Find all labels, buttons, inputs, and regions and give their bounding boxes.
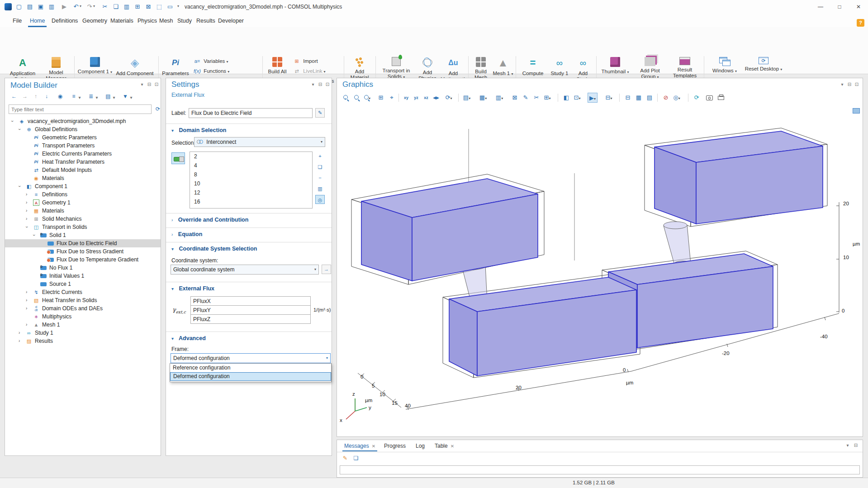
open-file-icon[interactable]: ▤ bbox=[25, 2, 34, 11]
tree-row[interactable]: Pi Heat Transfer Parameters bbox=[5, 158, 161, 166]
view-options-icon[interactable]: ▥▾ bbox=[494, 93, 504, 103]
funnel-chevron-icon[interactable]: ▾ bbox=[128, 95, 134, 100]
frame-option-reference[interactable]: Reference configuration bbox=[170, 364, 331, 372]
tab-file[interactable]: File bbox=[11, 16, 24, 27]
tab-home[interactable]: Home bbox=[28, 16, 47, 27]
zoom-to-selection-icon[interactable]: ◎ bbox=[315, 195, 325, 204]
tree-row[interactable]: ◉ Materials bbox=[5, 174, 161, 182]
tab-progress[interactable]: Progress bbox=[382, 441, 408, 451]
panel-menu-icon[interactable]: ▾ bbox=[139, 82, 145, 87]
tab-messages[interactable]: Messages✕ bbox=[342, 441, 377, 451]
flux-z-input[interactable] bbox=[190, 314, 311, 324]
tab-study[interactable]: Study bbox=[175, 16, 194, 27]
tree-row[interactable]: Source 1 bbox=[5, 280, 161, 288]
collapse-icon[interactable]: › bbox=[26, 321, 27, 329]
remove-from-selection-icon[interactable]: − bbox=[315, 173, 325, 182]
go-to-default-view-icon[interactable]: ⌖ bbox=[387, 93, 397, 103]
qat-more-icon[interactable]: ▾ bbox=[177, 4, 179, 8]
variables-button[interactable]: a= Variables ▾ bbox=[194, 56, 261, 66]
save-as-icon[interactable]: ▥ bbox=[47, 2, 56, 11]
advanced-header[interactable]: ▾ Advanced bbox=[171, 335, 206, 341]
tree-row[interactable]: › ▲ Mesh 1 bbox=[5, 321, 161, 329]
tab-developer[interactable]: Developer bbox=[216, 16, 246, 27]
frame-option-deformed[interactable]: Deformed configuration bbox=[170, 372, 331, 381]
transparency-icon[interactable]: ⊡▾ bbox=[572, 93, 582, 103]
zoom-box-icon[interactable]: ▾ bbox=[362, 93, 372, 103]
tree-row[interactable]: › ▧ Heat Transfer in Solids bbox=[5, 296, 161, 304]
clear-messages-icon[interactable]: ✎ bbox=[341, 454, 350, 463]
panel-menu-icon[interactable]: ▾ bbox=[310, 82, 316, 87]
no-color-icon[interactable]: ⊘ bbox=[661, 93, 671, 103]
tab-physics[interactable]: Physics bbox=[136, 16, 159, 27]
tab-geometry[interactable]: Geometry bbox=[81, 16, 109, 27]
collapse-icon[interactable]: › bbox=[26, 288, 27, 296]
expand-icon[interactable]: › bbox=[23, 226, 31, 227]
graphics-canvas[interactable]: 20 µm 10 0 -40 -20 0 5 10 µm 15 40 20 0 … bbox=[338, 105, 863, 436]
panel-menu-icon[interactable]: ▾ bbox=[839, 82, 845, 87]
run-icon[interactable]: ▶ bbox=[60, 2, 69, 11]
tree-row[interactable]: › A Geometry 1 bbox=[5, 199, 161, 207]
tab-results[interactable]: Results bbox=[194, 16, 217, 27]
collapse-icon[interactable]: › bbox=[19, 329, 20, 337]
close-tab-icon[interactable]: ✕ bbox=[372, 444, 375, 449]
domain-list-item[interactable]: 4 bbox=[190, 161, 312, 170]
select-box-icon[interactable]: ⊠ bbox=[510, 93, 520, 103]
tree-forward-icon[interactable]: → bbox=[20, 92, 29, 101]
add-to-selection-icon[interactable]: + bbox=[315, 152, 325, 161]
environment-icon[interactable]: ⊟▾ bbox=[604, 93, 614, 103]
split-view-icon[interactable]: ⊟ bbox=[623, 93, 633, 103]
messages-text-area[interactable] bbox=[340, 465, 860, 474]
flux-x-input[interactable] bbox=[190, 296, 311, 306]
tab-materials[interactable]: Materials bbox=[109, 16, 135, 27]
tree-row[interactable]: ⇄ Default Model Inputs bbox=[5, 166, 161, 174]
tree-row[interactable]: No Flux 1 bbox=[5, 264, 161, 272]
go-to-source-icon[interactable]: → bbox=[322, 265, 331, 274]
panel-menu-icon[interactable]: ▾ bbox=[844, 443, 851, 448]
scene-appearance-icon[interactable]: ▤▾ bbox=[462, 93, 472, 103]
flux-y-input[interactable] bbox=[190, 305, 311, 315]
camera-snapshot-icon[interactable] bbox=[704, 93, 714, 103]
collapse-icon[interactable]: › bbox=[26, 215, 27, 223]
expand-all-chevron-icon[interactable]: ▾ bbox=[76, 95, 83, 100]
collapse-icon[interactable]: › bbox=[26, 199, 27, 207]
tree-row[interactable]: › ↯ Electric Currents bbox=[5, 288, 161, 296]
paste-selection-icon[interactable]: ▥ bbox=[315, 184, 325, 193]
selection-mode-icon[interactable]: ⊞▾ bbox=[542, 93, 552, 103]
zoom-extents-icon[interactable]: ⊞ bbox=[376, 93, 386, 103]
flip-view-icon[interactable]: ◀▶ bbox=[431, 93, 441, 103]
label-input[interactable] bbox=[189, 108, 313, 118]
options-chevron-icon[interactable]: ▾ bbox=[111, 95, 117, 100]
deselect-icon[interactable]: ✂ bbox=[531, 93, 541, 103]
tree-row[interactable]: Initial Values 1 bbox=[5, 272, 161, 280]
selection-dropdown[interactable]: Interconnect ▾ bbox=[194, 137, 325, 147]
pin-panel-icon[interactable]: ⊡ bbox=[854, 82, 860, 87]
zoom-out-icon[interactable]: − bbox=[351, 93, 361, 103]
tree-filter-input[interactable] bbox=[9, 104, 152, 114]
image-options-icon[interactable]: ▦▾ bbox=[478, 93, 488, 103]
tree-row[interactable]: › ⊞ Solid Mechanics bbox=[5, 215, 161, 223]
tab-log[interactable]: Log bbox=[414, 441, 427, 451]
float-panel-icon[interactable]: ⊟ bbox=[317, 82, 323, 87]
undo-icon[interactable]: ↶ bbox=[71, 2, 81, 11]
plot-window-icon[interactable] bbox=[853, 108, 860, 114]
override-header[interactable]: › Override and Contribution bbox=[171, 217, 248, 223]
coordinate-system-dropdown[interactable]: Global coordinate system ▾ bbox=[171, 265, 319, 275]
scene-light-icon[interactable]: ▶▾ bbox=[588, 93, 598, 103]
collapse-icon[interactable]: › bbox=[26, 207, 27, 215]
show-icon[interactable]: ◉ bbox=[56, 92, 65, 101]
domain-list-item[interactable]: 2 bbox=[190, 152, 312, 161]
collapse-icon[interactable]: › bbox=[26, 190, 27, 199]
collapse-icon[interactable]: › bbox=[26, 296, 27, 304]
duplicate-icon[interactable]: ⊞ bbox=[133, 2, 142, 11]
close-tab-icon[interactable]: ✕ bbox=[451, 444, 454, 449]
copy-icon[interactable]: ❏ bbox=[111, 2, 120, 11]
collapse-all-chevron-icon[interactable]: ▾ bbox=[94, 95, 100, 100]
tree-row[interactable]: › ddt Domain ODEs and DAEs bbox=[5, 304, 161, 313]
tree-row[interactable]: › ∞ Study 1 bbox=[5, 329, 161, 337]
go-to-xy-view-icon[interactable]: xy bbox=[401, 93, 411, 103]
expand-icon[interactable]: › bbox=[30, 234, 38, 236]
print-icon[interactable] bbox=[716, 93, 726, 103]
paste-icon[interactable]: ▥ bbox=[122, 2, 131, 11]
tree-row[interactable]: ∗ Multiphysics bbox=[5, 313, 161, 321]
go-to-xz-view-icon[interactable]: xz bbox=[421, 93, 431, 103]
